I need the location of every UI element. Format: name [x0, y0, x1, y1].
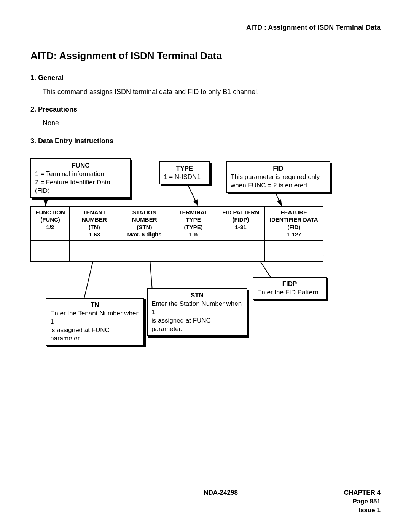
page-title: AITD: Assignment of ISDN Terminal Data [30, 49, 381, 62]
col-type: TERMINAL TYPE (TYPE) 1-n [170, 207, 217, 240]
col-func: FUNCTION (FUNC) 1/2 [31, 207, 70, 240]
section-1-head: 1. General [30, 73, 381, 82]
callout-fid: FID This parameter is required only when… [226, 161, 330, 193]
page-header-right: AITD : Assignment of ISDN Terminal Data [30, 23, 381, 32]
callout-tn-title: TN [50, 301, 140, 309]
callout-func: FUNC 1 = Terminal information 2 = Featur… [30, 158, 131, 198]
callout-func-line2: 2 = Feature Identifier Data (FID) [35, 178, 126, 195]
data-entry-diagram: FUNC 1 = Terminal information 2 = Featur… [30, 153, 381, 336]
callout-stn-title: STN [151, 291, 243, 300]
section-2-head: 2. Precautions [30, 105, 381, 114]
callout-type-line1: 1 = N-ISDN1 [164, 173, 206, 181]
parameter-table: FUNCTION (FUNC) 1/2 TENANT NUMBER (TN) 1… [30, 206, 323, 262]
callout-stn-line2: is assigned at FUNC parameter. [151, 316, 243, 333]
callout-fid-line1: This parameter is required only [231, 173, 326, 181]
callout-tn-line2: is assigned at FUNC parameter. [50, 326, 140, 343]
section-3-head: 3. Data Entry Instructions [30, 136, 381, 145]
col-stn: STATION NUMBER (STN) Max. 6 digits [119, 207, 170, 240]
callout-tn: TN Enter the Tenant Number when 1 is ass… [46, 298, 144, 346]
callout-fidp: FIDP Enter the FID Pattern. [253, 277, 327, 300]
col-tn: TENANT NUMBER (TN) 1-63 [70, 207, 119, 240]
callout-type-title: TYPE [164, 165, 206, 173]
callout-fidp-line1: Enter the FID Pattern. [257, 288, 322, 297]
callout-func-line1: 1 = Terminal information [35, 170, 126, 178]
callout-tn-line1: Enter the Tenant Number when 1 [50, 309, 140, 326]
section-2-body: None [43, 118, 381, 128]
callout-fid-title: FID [231, 165, 326, 173]
col-fid: FEATURE IDENTIFIER DATA (FID) 1-127 [264, 207, 323, 240]
callout-stn: STN Enter the Station Number when 1 is a… [147, 288, 247, 336]
callout-func-title: FUNC [35, 161, 126, 170]
callout-fidp-title: FIDP [257, 280, 322, 288]
col-fidp: FID PATTERN (FIDP) 1-31 [217, 207, 265, 240]
callout-type: TYPE 1 = N-ISDN1 [159, 161, 210, 184]
section-1-body: This command assigns ISDN terminal data … [43, 87, 381, 96]
callout-fid-line2: when FUNC = 2 is entered. [231, 181, 326, 190]
callout-stn-line1: Enter the Station Number when 1 [151, 300, 243, 316]
